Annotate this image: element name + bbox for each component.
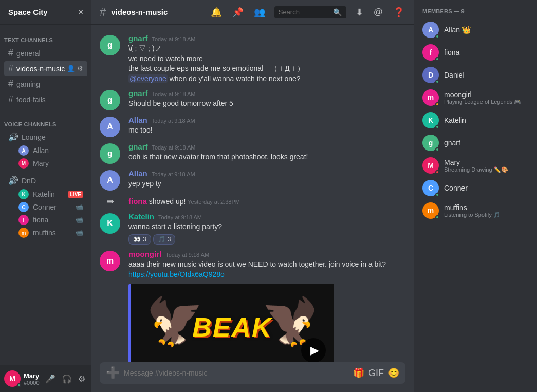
message-header: Allan Today at 9:18 AM xyxy=(128,116,405,124)
play-button[interactable]: ▶ xyxy=(301,338,326,362)
member-name: Katelin xyxy=(444,116,529,124)
voice-member-muffins[interactable]: m muffins 📹 xyxy=(4,227,87,239)
attach-button[interactable]: ➕ xyxy=(106,362,120,384)
voice-channel-dnd[interactable]: 🔊 DnD xyxy=(4,174,87,188)
help-button[interactable]: ❓ xyxy=(392,6,405,19)
forward-icon-wrap: ➡ xyxy=(100,196,120,207)
message-text: me too! xyxy=(128,125,405,136)
hash-icon: # xyxy=(8,63,13,74)
settings-icon[interactable]: ⚙ xyxy=(77,65,83,72)
emoji-button[interactable]: 😊 xyxy=(388,367,399,379)
member-item-daniel[interactable]: D Daniel xyxy=(418,64,533,86)
mute-button[interactable]: 🎤 xyxy=(43,372,58,386)
notification-settings-icon[interactable]: 👤 xyxy=(67,65,75,72)
search-icon: 🔍 xyxy=(333,8,342,16)
voice-member-allan[interactable]: A Allan xyxy=(4,144,87,157)
server-header[interactable]: Space City ✕ xyxy=(0,0,91,25)
member-name: fiona xyxy=(33,216,73,224)
message-author[interactable]: gnarf xyxy=(128,34,148,43)
main-chat: # videos-n-music 🔔 📌 👥 🔍 ⬇ @ ❓ g gnarf T… xyxy=(91,0,414,392)
message-text: ooh is that new avatar from that photosh… xyxy=(128,152,405,162)
avatar: g xyxy=(100,143,120,164)
member-item-katelin[interactable]: K Katelin xyxy=(418,109,533,132)
channel-name: gaming xyxy=(16,80,83,88)
gift-button[interactable]: 🎁 xyxy=(353,367,364,379)
status-indicator xyxy=(435,57,439,61)
gif-button[interactable]: GIF xyxy=(368,368,384,379)
message-author[interactable]: Katelin xyxy=(128,212,154,221)
member-item-muffins[interactable]: m muffins Listening to Spotify 🎵 xyxy=(418,199,533,222)
mention-button[interactable]: @ xyxy=(373,6,384,18)
member-item-conner[interactable]: C Conner xyxy=(418,177,533,199)
member-name: muffins xyxy=(33,229,73,237)
video-link[interactable]: https://youtu.be/OIdx6aQ928o xyxy=(128,270,225,278)
deafen-button[interactable]: 🎧 xyxy=(60,372,74,386)
voice-icon: 🔊 xyxy=(8,132,18,142)
message-author[interactable]: fiona xyxy=(128,197,147,206)
user-settings-button[interactable]: ⚙ xyxy=(76,372,87,386)
voice-member-fiona[interactable]: f fiona 📹 xyxy=(4,214,87,226)
pinned-messages-button[interactable]: 📌 xyxy=(231,6,245,19)
download-button[interactable]: ⬇ xyxy=(355,6,364,19)
member-name: Mary xyxy=(444,158,529,166)
voice-member-katelin[interactable]: K Katelin LIVE xyxy=(4,188,87,200)
input-actions: 🎁 GIF 😊 xyxy=(353,367,399,379)
user-info: Mary #0000 xyxy=(24,372,40,386)
message-content: gnarf Today at 9:18 AM \( ; ▽ ; )ノ we ne… xyxy=(128,34,405,84)
member-name: Mary xyxy=(33,159,83,167)
message-author[interactable]: moongirl xyxy=(128,250,161,258)
member-item-allan[interactable]: A Allan 👑 xyxy=(418,18,533,41)
voice-channel-lounge[interactable]: 🔊 Lounge xyxy=(4,130,87,144)
member-status: Streaming Drawing ✏️🎨 xyxy=(444,166,529,173)
channel-item-general[interactable]: # general xyxy=(4,46,87,61)
avatar: K xyxy=(100,213,120,234)
message-group: g gnarf Today at 9:18 AM ooh is that new… xyxy=(91,141,414,165)
member-name: moongirl xyxy=(444,90,529,99)
voice-channels-category[interactable]: VOICE CHANNELS xyxy=(0,113,91,129)
avatar: f xyxy=(18,215,29,225)
voice-member-mary[interactable]: M Mary xyxy=(4,157,87,170)
member-item-gnarf[interactable]: g gnarf xyxy=(418,132,533,154)
reaction-emoji: 👀 xyxy=(133,236,141,243)
notification-bell-button[interactable]: 🔔 xyxy=(210,6,223,19)
message-content: gnarf Today at 9:18 AM Should be good to… xyxy=(128,89,405,110)
header-actions: 🔔 📌 👥 🔍 ⬇ @ ❓ xyxy=(210,6,405,19)
message-author[interactable]: Allan xyxy=(128,169,147,178)
message-input[interactable] xyxy=(124,363,349,383)
text-channels-category[interactable]: TEXT CHANNELS xyxy=(0,29,91,45)
message-author[interactable]: gnarf xyxy=(128,89,148,98)
member-item-fiona[interactable]: f fiona xyxy=(418,41,533,64)
live-badge: LIVE xyxy=(68,191,83,198)
hash-icon: # xyxy=(8,48,13,59)
status-indicator xyxy=(435,193,439,197)
video-thumbnail[interactable]: 🦅 🦅 BEAK ▶ xyxy=(131,284,334,362)
message-group: g gnarf Today at 9:18 AM \( ; ▽ ; )ノ we … xyxy=(91,33,414,85)
channel-item-food-fails[interactable]: # food-fails xyxy=(4,92,87,107)
message-input-box: ➕ 🎁 GIF 😊 xyxy=(100,362,405,384)
message-header: Katelin Today at 9:18 AM xyxy=(128,212,405,221)
user-discriminator: #0000 xyxy=(24,380,40,386)
message-text: https://youtu.be/OIdx6aQ928o xyxy=(128,270,405,280)
channel-list: TEXT CHANNELS # general # videos-n-music… xyxy=(0,25,91,365)
video-icon: 📹 xyxy=(76,203,83,211)
video-icon: 📹 xyxy=(76,229,83,236)
search-input[interactable] xyxy=(279,8,330,16)
message-author[interactable]: Allan xyxy=(128,116,147,124)
members-list-button[interactable]: 👥 xyxy=(253,6,266,19)
reaction-music[interactable]: 🎵 3 xyxy=(153,234,176,245)
message-text: @everyone when do y'all wanna watch the … xyxy=(128,74,405,84)
message-text: yep yep ty xyxy=(128,179,405,189)
mention[interactable]: @everyone xyxy=(128,74,168,83)
message-header: gnarf Today at 9:18 AM xyxy=(128,142,405,151)
message-timestamp: Today at 9:18 AM xyxy=(165,252,209,258)
member-item-moongirl[interactable]: m moongirl Playing League of Legends 🎮 xyxy=(418,86,533,109)
channel-item-videos-n-music[interactable]: # videos-n-music 👤 ⚙ xyxy=(4,61,87,76)
reaction-eyes[interactable]: 👀 3 xyxy=(128,234,151,245)
message-author[interactable]: gnarf xyxy=(128,142,148,151)
member-item-mary[interactable]: M Mary Streaming Drawing ✏️🎨 xyxy=(418,154,533,177)
voice-member-conner[interactable]: C Conner 📹 xyxy=(4,201,87,213)
member-info: muffins Listening to Spotify 🎵 xyxy=(444,203,529,218)
channel-item-gaming[interactable]: # gaming xyxy=(4,77,87,91)
member-info: Allan 👑 xyxy=(444,26,529,34)
message-timestamp: Today at 9:18 AM xyxy=(152,144,196,151)
